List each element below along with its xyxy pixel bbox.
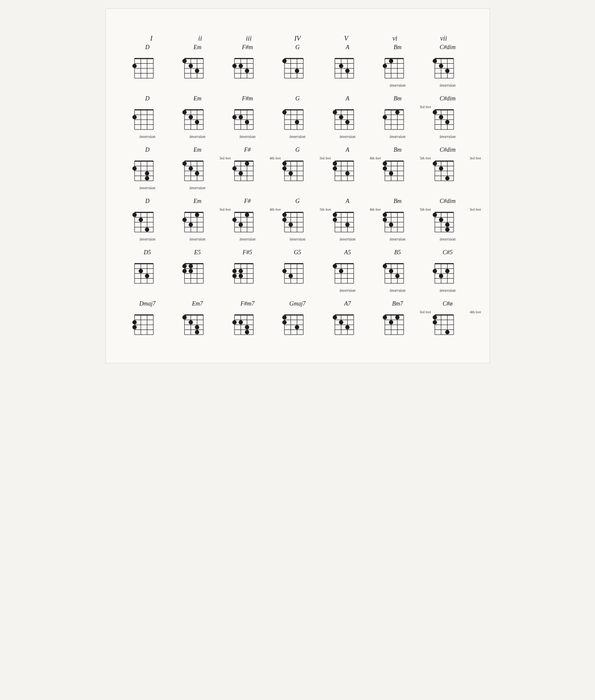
svg-point-196 — [182, 162, 187, 166]
inversion-label: inversion — [240, 134, 255, 139]
chord-diagram — [180, 206, 209, 235]
diagram-container — [130, 53, 164, 82]
inversion-label: inversion — [340, 237, 355, 241]
svg-point-262 — [439, 166, 443, 171]
chord-diagram — [230, 206, 259, 235]
chord-name: Bm — [393, 44, 402, 51]
diagram-container — [230, 53, 264, 82]
chord-name: C#dim — [440, 44, 455, 51]
diagram-container: 4th fret — [331, 155, 365, 184]
chord-diagram — [280, 155, 309, 184]
svg-point-485 — [245, 330, 249, 334]
chord-block-0-6: C#diminversion — [425, 44, 470, 88]
svg-point-469 — [189, 320, 193, 324]
chord-block-5-4: A7 — [325, 300, 370, 338]
inversion-label: inversion — [440, 83, 455, 88]
chord-row-3: DinversionEm3rd fretinversionF#4th freti… — [123, 198, 472, 241]
chord-diagram — [280, 258, 309, 287]
svg-point-535 — [433, 315, 437, 320]
svg-point-250 — [389, 171, 393, 176]
svg-point-121 — [239, 115, 243, 119]
chord-diagram — [180, 155, 209, 184]
svg-point-159 — [395, 110, 399, 115]
inversion-label: inversion — [340, 288, 355, 293]
diagram-container — [180, 104, 214, 133]
diagram-container — [431, 258, 465, 287]
chord-diagram — [280, 104, 309, 133]
svg-point-392 — [232, 269, 237, 273]
chord-diagram — [130, 155, 159, 184]
chord-block-1-6: C#diminversion — [425, 95, 470, 139]
svg-point-146 — [339, 115, 343, 119]
svg-point-171 — [439, 115, 443, 119]
chord-diagram — [431, 104, 460, 133]
inversion-label: inversion — [139, 134, 155, 139]
svg-point-367 — [145, 274, 149, 278]
fret-label: 3rd fret — [419, 310, 431, 314]
chord-block-2-3: G3rd fret — [275, 147, 320, 190]
chord-block-1-4: Ainversion — [325, 95, 370, 139]
chord-diagram — [130, 104, 159, 133]
chord-block-5-0: Dmaj7 — [125, 300, 170, 338]
chord-name: F#5 — [243, 249, 252, 256]
inversion-label: inversion — [390, 288, 405, 293]
svg-point-522 — [383, 315, 387, 320]
diagram-container: 5th fret — [280, 206, 314, 235]
fret-label: 5th fret — [420, 156, 431, 160]
diagram-container: 4th fret — [230, 206, 264, 235]
chord-diagram — [431, 206, 460, 235]
fret-label: 3rd fret — [469, 156, 481, 160]
diagram-container: 4th fret — [331, 206, 365, 235]
svg-point-223 — [282, 166, 287, 171]
svg-point-355 — [445, 227, 449, 232]
chord-diagram — [381, 155, 410, 184]
diagram-container — [331, 53, 365, 82]
svg-point-263 — [445, 176, 449, 180]
svg-point-71 — [383, 64, 387, 68]
diagram-container: 3rd fret — [431, 155, 465, 184]
chord-block-2-6: C#dim3rd fret — [425, 147, 470, 190]
chord-block-4-6: C#5inversion — [425, 249, 470, 293]
chord-name: F#m — [242, 95, 253, 102]
chord-row-5: Dmaj7Em7F#m7Gmaj7A7Bm73rd fretC#ø4th fre… — [123, 300, 472, 338]
roman-numeral-label: IV — [273, 35, 322, 42]
inversion-label: inversion — [390, 134, 405, 139]
chord-name: G — [295, 198, 299, 205]
chord-block-4-4: A5inversion — [325, 249, 370, 293]
svg-point-341 — [389, 223, 393, 227]
chord-diagram — [331, 258, 360, 287]
chord-name: Bm — [393, 95, 402, 102]
chord-diagram — [431, 309, 460, 338]
svg-point-47 — [282, 59, 287, 63]
inversion-label: inversion — [139, 185, 155, 190]
chord-name: G — [295, 95, 299, 102]
chord-block-1-5: Bm3rd fretinversion — [375, 95, 420, 139]
chord-diagram — [130, 53, 159, 82]
diagram-container — [280, 258, 314, 287]
roman-numeral-label: iii — [225, 35, 273, 42]
chord-name: Bm — [393, 198, 402, 205]
chord-diagram — [130, 258, 159, 287]
chord-block-2-0: Dinversion — [125, 147, 170, 190]
chord-name: Em7 — [192, 300, 203, 307]
svg-point-275 — [139, 218, 143, 222]
chord-diagram — [381, 53, 410, 82]
chord-diagram — [381, 309, 410, 338]
chord-diagram — [431, 258, 460, 287]
chord-diagram — [381, 104, 410, 133]
svg-point-249 — [383, 166, 387, 171]
chord-block-5-1: Em7 — [175, 300, 220, 338]
chord-block-5-5: Bm73rd fret — [375, 300, 420, 338]
page: IiiiiiIVVvivii DEmF#mGABminversionC#dimi… — [106, 9, 490, 363]
chord-diagram — [331, 309, 360, 338]
chord-diagram — [280, 206, 309, 235]
chord-block-1-0: Dinversion — [125, 95, 170, 139]
svg-point-120 — [232, 115, 237, 119]
chord-block-5-6: C#ø4th fret — [425, 300, 470, 338]
diagram-container: 3rd fret — [280, 155, 314, 184]
chord-block-5-3: Gmaj7 — [275, 300, 320, 338]
svg-point-35 — [239, 64, 243, 68]
svg-point-380 — [189, 264, 193, 268]
chord-name: Gmaj7 — [289, 300, 305, 307]
chord-block-4-5: B5inversion — [375, 249, 420, 293]
